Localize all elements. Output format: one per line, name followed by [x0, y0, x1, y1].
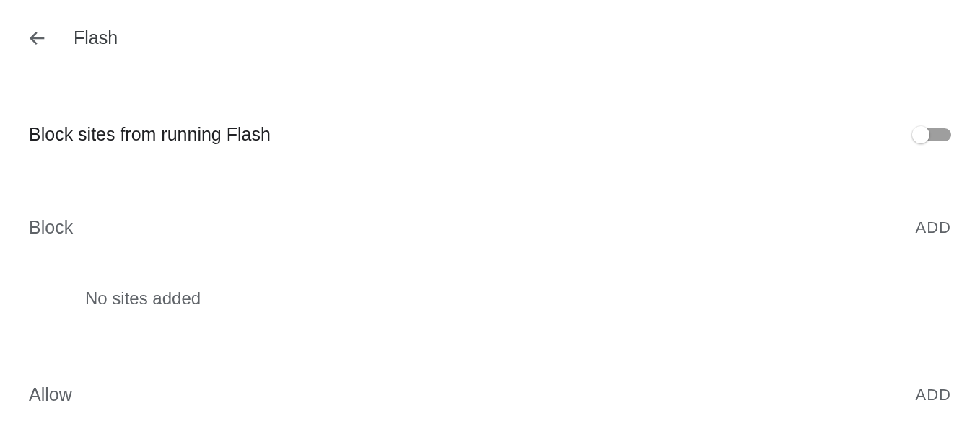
allow-section: Allow ADD — [29, 384, 951, 405]
block-section: Block ADD No sites added — [29, 217, 951, 309]
page-title: Flash — [74, 27, 118, 48]
add-block-button[interactable]: ADD — [916, 218, 951, 237]
toggle-thumb — [912, 126, 929, 143]
block-section-header: Block ADD — [29, 217, 951, 238]
add-allow-button[interactable]: ADD — [916, 386, 951, 404]
block-empty-message: No sites added — [29, 288, 951, 309]
block-sites-toggle[interactable] — [912, 128, 951, 142]
content-area: Block sites from running Flash Block ADD… — [0, 124, 980, 405]
page-header: Flash — [0, 0, 980, 48]
block-sites-label: Block sites from running Flash — [29, 124, 271, 145]
allow-section-header: Allow ADD — [29, 384, 951, 405]
main-toggle-row: Block sites from running Flash — [29, 124, 951, 145]
block-section-title: Block — [29, 217, 73, 238]
allow-section-title: Allow — [29, 384, 72, 405]
back-arrow-icon[interactable] — [27, 28, 48, 48]
